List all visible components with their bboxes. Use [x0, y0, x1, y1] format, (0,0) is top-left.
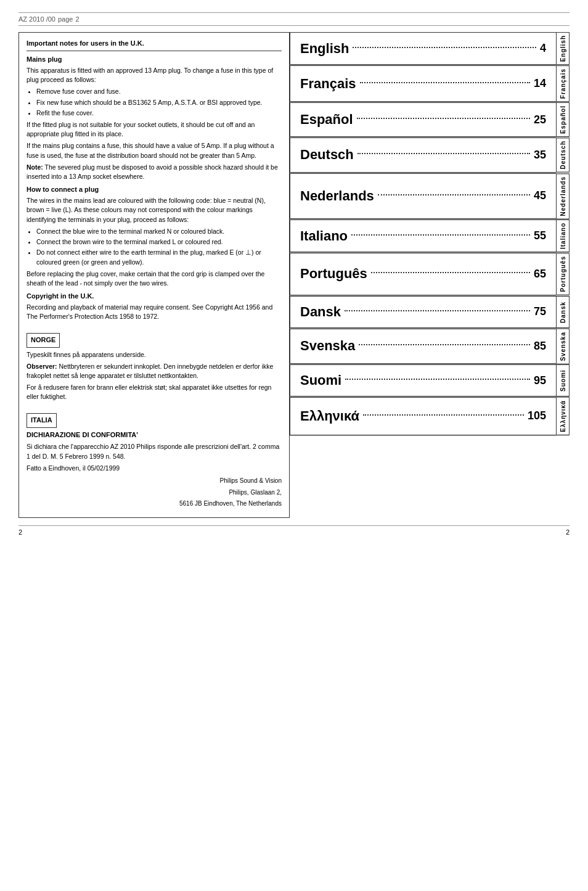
language-main-box: Español25: [290, 102, 556, 137]
connect-text1: The wires in the mains lead are coloured…: [27, 196, 282, 224]
dichiarazione-text: Si dichiara che l'apparecchio AZ 2010 Ph…: [27, 442, 282, 461]
language-main-box: English4: [290, 32, 556, 65]
left-column: Important notes for users in the U.K. Ma…: [18, 32, 290, 518]
content-area: Important notes for users in the U.K. Ma…: [18, 32, 570, 518]
language-row: Español25Español: [290, 102, 570, 138]
language-row: Italiano55Italiano: [290, 220, 570, 253]
language-row: Deutsch35Deutsch: [290, 138, 570, 173]
language-row: Svenska85Svenska: [290, 329, 570, 365]
model-label: AZ 2010 /00: [18, 15, 55, 23]
language-main-box: Nederlands45: [290, 173, 556, 219]
page-label: page: [58, 15, 73, 23]
page-number: 2: [75, 15, 79, 23]
note-label: Note:: [27, 163, 43, 171]
language-dots: [360, 82, 530, 83]
language-main-box: Italiano55: [290, 220, 556, 252]
language-name: Svenska: [300, 338, 355, 354]
list-item: Connect the blue wire to the terminal ma…: [36, 227, 282, 236]
language-tab[interactable]: Deutsch: [556, 138, 570, 172]
language-main-box: Français14: [290, 65, 556, 102]
language-list: English4EnglishFrançais14FrançaisEspañol…: [290, 32, 570, 518]
language-main-box: Svenska85: [290, 329, 556, 364]
language-row: Ελληνικά105Ελληνικά: [290, 397, 570, 436]
language-tab[interactable]: Español: [556, 102, 570, 137]
language-dots: [357, 118, 530, 119]
list-item: Connect the brown wire to the terminal m…: [36, 237, 282, 247]
mains-plug-text3: If the mains plug contains a fuse, this …: [27, 141, 282, 160]
list-item: Remove fuse cover and fuse.: [36, 87, 282, 96]
language-tab[interactable]: English: [556, 32, 570, 65]
language-main-box: Português65: [290, 253, 556, 295]
language-dots: [378, 194, 530, 195]
norge-text2: For å redusere faren for brann eller ele…: [27, 383, 282, 401]
philips-address1: Philips, Glaslaan 2,: [27, 488, 282, 498]
language-name: Español: [300, 112, 353, 128]
language-tab[interactable]: Italiano: [556, 220, 570, 252]
language-row: Português65Português: [290, 253, 570, 295]
philips-footer: Philips Sound & Vision Philips, Glaslaan…: [27, 477, 282, 509]
language-name: Nederlands: [300, 188, 374, 204]
language-row: English4English: [290, 32, 570, 65]
language-page-number: 45: [534, 189, 546, 202]
language-dots: [345, 310, 530, 311]
language-tab[interactable]: Svenska: [556, 329, 570, 364]
connect-bullets: Connect the blue wire to the terminal ma…: [36, 227, 282, 267]
language-page-number: 14: [534, 77, 546, 90]
footer-page-left: 2: [18, 528, 22, 536]
language-row: Suomi95Suomi: [290, 364, 570, 397]
mains-plug-text2: If the fitted plug is not suitable for y…: [27, 120, 282, 139]
language-tab[interactable]: Français: [556, 65, 570, 102]
language-page-number: 55: [534, 229, 546, 242]
page-header: AZ 2010 /00 page 2: [18, 12, 570, 26]
page-wrapper: AZ 2010 /00 page 2 Important notes for u…: [0, 0, 588, 548]
copyright-text: Recording and playback of material may r…: [27, 303, 282, 321]
note-text: The severed plug must be disposed to avo…: [27, 163, 278, 180]
uk-notes-title: Important notes for users in the U.K.: [27, 39, 282, 51]
philips-address2: 5616 JB Eindhoven, The Netherlands: [27, 499, 282, 509]
language-tab[interactable]: Nederlands: [556, 173, 570, 219]
language-row: Dansk75Dansk: [290, 296, 570, 329]
norge-label: NORGE: [27, 333, 60, 348]
italia-section: ITALIA DICHIARAZIONE DI CONFORMITA' Si d…: [27, 407, 282, 509]
language-dots: [371, 272, 530, 273]
language-main-box: Ελληνικά105: [290, 397, 556, 435]
footer-page-right: 2: [566, 528, 570, 536]
language-page-number: 65: [534, 268, 546, 281]
norge-observer: Observer: Nettbryteren er sekundert innk…: [27, 362, 282, 380]
language-tab[interactable]: Dansk: [556, 296, 570, 328]
language-page-number: 75: [534, 305, 546, 318]
connect-title: How to connect a plug: [27, 185, 282, 195]
italia-label: ITALIA: [27, 413, 57, 428]
language-row: Français14Français: [290, 65, 570, 102]
language-name: Dansk: [300, 304, 341, 320]
language-page-number: 25: [534, 113, 546, 126]
language-tab[interactable]: Português: [556, 253, 570, 295]
dichiarazione-date: Fatto a Eindhoven, il 05/02/1999: [27, 464, 282, 473]
language-page-number: 95: [534, 374, 546, 387]
list-item: Fix new fuse which should be a BS1362 5 …: [36, 98, 282, 107]
language-dots: [357, 153, 530, 154]
language-name: Deutsch: [300, 147, 354, 163]
dichiarazione-title: DICHIARAZIONE DI CONFORMITA': [27, 430, 282, 440]
language-main-box: Suomi95: [290, 364, 556, 396]
language-dots: [363, 414, 524, 416]
language-page-number: 35: [534, 149, 546, 162]
language-row: Nederlands45Nederlands: [290, 173, 570, 220]
language-name: Italiano: [300, 228, 348, 244]
mains-plug-title: Mains plug: [27, 55, 282, 65]
language-tab[interactable]: Suomi: [556, 364, 570, 396]
language-main-box: Deutsch35: [290, 138, 556, 172]
language-main-box: Dansk75: [290, 296, 556, 328]
philips-company: Philips Sound & Vision: [27, 477, 282, 486]
language-dots: [351, 234, 530, 236]
language-page-number: 4: [540, 42, 546, 55]
page-footer: 2 2: [18, 525, 570, 536]
connect-text2: Before replacing the plug cover, make ce…: [27, 269, 282, 288]
language-tab[interactable]: Ελληνικά: [556, 397, 570, 435]
norge-section: NORGE Typeskilt finnes på apparatens und…: [27, 327, 282, 402]
language-name: Português: [300, 266, 367, 282]
mains-plug-note-para: Note: The severed plug must be disposed …: [27, 163, 282, 181]
language-name: Français: [300, 76, 356, 92]
observer-text: Nettbryteren er sekundert innkoplet. Den…: [27, 363, 273, 379]
copyright-title: Copyright in the U.K.: [27, 292, 282, 302]
